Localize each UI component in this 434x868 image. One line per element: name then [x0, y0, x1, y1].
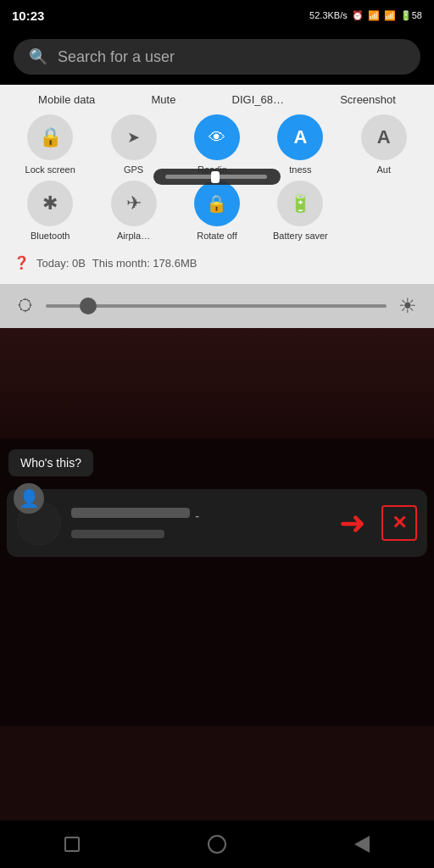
user-avatar-icon: 👤	[19, 488, 40, 509]
brightness-high-icon: ☀	[398, 294, 417, 318]
qs-mute-label: Mute	[151, 93, 175, 106]
qs-tile-battery-saver[interactable]: 🔋 Battery saver	[260, 181, 340, 242]
qs-tile-rotate-off[interactable]: 🔒 Rotate off	[177, 181, 257, 242]
qs-label-readiness: tness	[289, 164, 311, 175]
battery-icon: 🔋58	[400, 10, 422, 21]
dark-background	[0, 328, 434, 438]
qs-label-gps: GPS	[124, 164, 143, 175]
auto-icon: A	[361, 114, 407, 160]
qs-tile-lock-screen[interactable]: 🔒 Lock screen	[10, 114, 90, 175]
qs-label-bluetooth: Bluetooth	[31, 231, 70, 242]
status-bar: 10:23 52.3KB/s ⏰ 📶 📶 🔋58	[0, 0, 434, 31]
qs-screenshot-label: Screenshot	[340, 93, 396, 106]
qs-label-airplane: Airpla…	[117, 231, 150, 242]
data-icon: ❓	[14, 255, 30, 270]
back-icon	[354, 836, 370, 853]
quick-settings-panel: Mobile data Mute DIGI_68… Screenshot 🔒 L…	[0, 85, 434, 284]
notification-card: - ➜ ✕	[7, 489, 427, 557]
qs-tile-gps[interactable]: ➤ GPS	[93, 114, 173, 175]
notification-content: -	[71, 508, 329, 538]
search-bar-container: 🔍 Search for a user	[0, 31, 434, 85]
status-time: 10:23	[12, 8, 44, 23]
bluetooth-icon: ✱	[27, 181, 73, 226]
data-usage-row: ❓ Today: 0B This month: 178.6MB	[10, 250, 424, 272]
qs-label-auto: Aut	[377, 164, 392, 175]
qs-digi-label: DIGI_68…	[232, 93, 284, 106]
qs-label-lock-screen: Lock screen	[25, 164, 75, 175]
search-placeholder: Search for a user	[58, 48, 175, 66]
whos-this-tooltip: Who's this?	[8, 449, 93, 476]
search-bar[interactable]: 🔍 Search for a user	[14, 39, 420, 75]
data-today: Today: 0B	[36, 257, 86, 270]
brightness-track[interactable]	[46, 304, 387, 308]
qs-tile-auto[interactable]: A Aut	[344, 114, 424, 175]
brightness-low-icon: 🌣	[17, 297, 34, 316]
whos-this-text: Who's this?	[20, 456, 81, 470]
lock-screen-icon: 🔒	[27, 114, 73, 160]
bottom-space	[0, 557, 434, 726]
nav-recents-button[interactable]	[60, 832, 84, 856]
network-speed: 52.3KB/s	[309, 10, 348, 20]
gps-icon: ➤	[111, 114, 157, 160]
notification-title-bar	[71, 508, 190, 518]
reading-mode-icon: 👁	[194, 114, 240, 160]
qs-tile-readiness[interactable]: A tness	[260, 114, 340, 175]
qs-top-row: Mobile data Mute DIGI_68… Screenshot	[10, 93, 424, 106]
user-icon-circle[interactable]: 👤	[14, 483, 44, 514]
nav-home-button[interactable]	[205, 832, 229, 856]
notification-sub-bar	[71, 530, 164, 538]
qs-label-rotate-off: Rotate off	[197, 231, 237, 242]
brightness-area[interactable]: 🌣 ☀	[0, 284, 434, 328]
search-icon: 🔍	[29, 47, 47, 66]
home-icon	[208, 835, 226, 854]
airplane-icon: ✈	[111, 181, 157, 226]
readiness-icon: A	[277, 114, 323, 160]
qs-tiles-grid: 🔒 Lock screen ➤ GPS 👁 Readin… A tness A …	[10, 114, 424, 242]
qs-tile-airplane[interactable]: ✈ Airpla…	[93, 181, 173, 242]
red-arrow-icon: ➜	[339, 504, 366, 542]
qs-tile-bluetooth[interactable]: ✱ Bluetooth	[10, 181, 90, 242]
notification-dash: -	[195, 509, 199, 524]
close-icon: ✕	[392, 512, 407, 534]
rotate-off-icon: 🔒	[194, 181, 240, 226]
qs-mobile-data-label: Mobile data	[38, 93, 95, 106]
alarm-icon: ⏰	[352, 10, 364, 21]
brightness-thumb	[80, 298, 97, 314]
nav-bar	[0, 821, 434, 868]
qs-tile-reading-mode[interactable]: 👁 Readin…	[177, 114, 257, 175]
nav-back-button[interactable]	[350, 832, 374, 856]
battery-saver-icon: 🔋	[277, 181, 323, 226]
wifi-icon: 📶	[384, 10, 396, 21]
status-icons: 52.3KB/s ⏰ 📶 📶 🔋58	[309, 10, 422, 21]
recents-icon	[64, 837, 80, 852]
data-month: This month: 178.6MB	[92, 257, 198, 270]
signal-icon: 📶	[368, 10, 380, 21]
qs-label-battery-saver: Battery saver	[273, 231, 328, 242]
close-button[interactable]: ✕	[381, 505, 417, 541]
